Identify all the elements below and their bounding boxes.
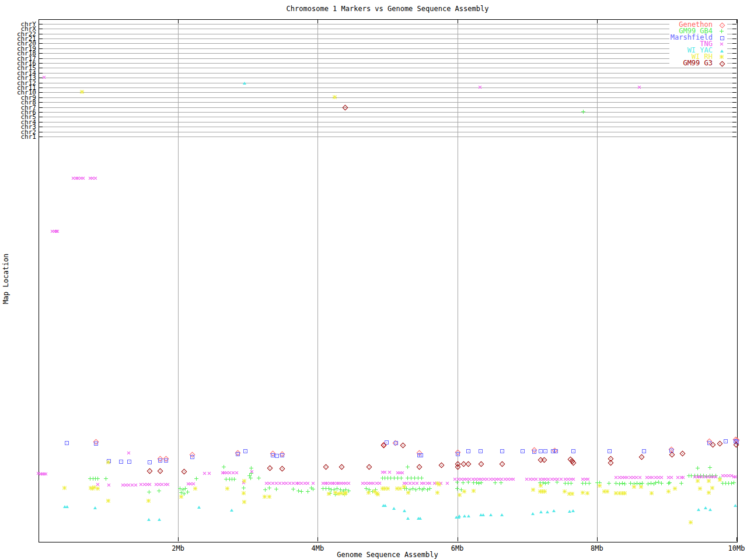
y-tick-left — [39, 88, 43, 88]
legend: GenethonGM99 GB4MarshfieldTNGWI YACWI RH… — [669, 21, 727, 67]
marker-marshfield — [65, 441, 69, 445]
marker-marshfield — [642, 449, 646, 453]
marker-gm99-g3 — [720, 61, 725, 66]
marker-wi-yac — [158, 518, 161, 521]
x-tick-top — [317, 19, 318, 23]
y-tick-left — [39, 132, 43, 132]
marker-wi-rh — [242, 500, 246, 504]
y-tick-right — [732, 122, 736, 123]
marker-marshfield — [724, 439, 728, 443]
marker-marshfield — [466, 449, 470, 453]
marker-marshfield — [275, 454, 279, 458]
gridline-v — [597, 19, 598, 541]
marker-gm99-gb4 — [291, 487, 295, 491]
y-tick-right — [732, 68, 736, 68]
marker-gm99-gb4 — [399, 476, 403, 480]
marker-marshfield — [271, 453, 275, 457]
marker-wi-rh — [639, 485, 643, 489]
marker-wi-rh — [386, 487, 390, 491]
gridline-h — [39, 88, 736, 88]
y-tick-right — [732, 97, 736, 98]
marker-gm99-gb4 — [263, 488, 267, 492]
marker-marshfield — [127, 460, 131, 464]
x-tick-label: 10Mb — [728, 544, 745, 552]
marker-wi-rh — [563, 489, 567, 494]
marker-wi-rh — [242, 491, 246, 495]
marker-marshfield — [571, 449, 575, 453]
marker-wi-yac — [463, 514, 466, 517]
marker-wi-rh — [376, 492, 380, 496]
marker-gm99-gb4 — [607, 481, 611, 485]
x-tick-top — [178, 19, 179, 23]
x-tick-top — [736, 19, 737, 23]
marker-wi-rh — [106, 499, 110, 503]
y-tick-left — [39, 34, 43, 34]
marker-gm99-gb4 — [659, 481, 664, 485]
marker-wi-rh — [539, 484, 543, 488]
marker-wi-rh — [344, 491, 348, 495]
x-tick-top — [458, 19, 458, 23]
marker-wi-rh — [62, 486, 67, 490]
marker-wi-yac — [481, 513, 485, 516]
marker-wi-rh — [179, 495, 183, 499]
x-tick-label: 4Mb — [312, 544, 324, 552]
marker-marshfield — [190, 455, 194, 459]
genome-marker-plot: Chromosome 1 Markers vs Genome Sequence … — [0, 0, 747, 560]
y-tick-right — [732, 132, 736, 132]
marker-wi-rh — [333, 95, 337, 99]
gridline-h — [39, 132, 736, 132]
marker-gm99-gb4 — [299, 489, 303, 494]
gridline-h — [39, 127, 736, 127]
marker-wi-rh — [96, 487, 100, 491]
marker-marshfield — [148, 460, 152, 464]
y-tick-right — [732, 63, 736, 64]
marker-wi-rh — [402, 485, 406, 489]
y-tick-right — [732, 107, 736, 108]
marker-wi-rh — [193, 487, 197, 491]
marker-wi-yac — [403, 509, 406, 512]
marker-wi-rh — [689, 520, 693, 524]
marker-marshfield — [419, 453, 423, 457]
marker-gm99-gb4 — [455, 487, 459, 491]
marker-wi-rh — [718, 478, 722, 482]
marker-wi-yac — [458, 514, 461, 517]
marker-wi-yac — [704, 506, 707, 509]
marker-gm99-gb4 — [623, 482, 627, 486]
gridline-h — [39, 43, 736, 44]
marker-marshfield — [479, 449, 483, 453]
gridline-h — [39, 24, 736, 24]
gridline-h — [39, 34, 736, 34]
marker-gm99-gb4 — [406, 465, 410, 469]
marker-wi-rh — [437, 482, 441, 487]
y-tick-right — [732, 92, 736, 93]
y-tick-right — [732, 38, 736, 39]
y-tick-right — [732, 117, 736, 117]
gridline-h — [39, 38, 736, 39]
marker-wi-rh — [707, 491, 711, 495]
marker-wi-yac — [467, 514, 470, 517]
marker-wi-rh — [598, 484, 602, 488]
diamond-icon — [718, 22, 726, 28]
marker-gm99-gb4 — [96, 477, 100, 481]
marker-marshfield — [280, 453, 284, 457]
marker-wi-yac — [418, 517, 422, 520]
x-tick-label: 6Mb — [451, 544, 464, 552]
y-tick-right — [732, 112, 736, 113]
gridline-h — [39, 107, 736, 108]
y-tick-right — [732, 58, 736, 59]
gridline-h — [39, 48, 736, 49]
marker-genethon — [720, 22, 725, 28]
marker-wi-yac — [93, 506, 97, 509]
diamond-icon — [718, 61, 726, 66]
y-axis-label: Map Location — [2, 254, 10, 304]
marker-gm99-gb4 — [679, 481, 683, 485]
marker-wi-rh — [435, 491, 439, 495]
legend-item: Marshfield — [671, 34, 726, 41]
marker-wi-rh — [585, 491, 589, 495]
x-tick-bottom — [597, 537, 598, 541]
gridline-h — [39, 92, 736, 93]
marker-gm99-gb4 — [249, 476, 253, 480]
marker-marshfield — [94, 442, 98, 446]
marker-wi-rh — [710, 486, 714, 490]
marker-wi-rh — [458, 493, 462, 497]
